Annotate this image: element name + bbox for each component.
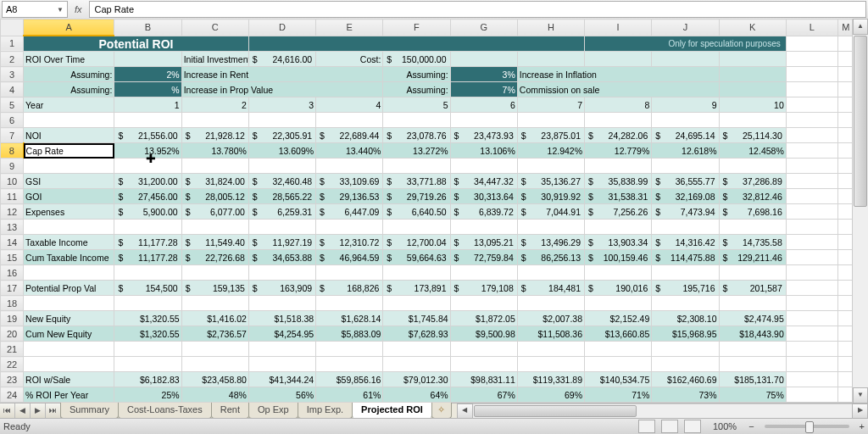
zoom-in-button[interactable]: + [860, 421, 865, 431]
year-label[interactable]: Year [24, 97, 114, 113]
data-cell[interactable]: $4,254.95 [248, 326, 315, 342]
assuming-label[interactable]: Assuming: [383, 82, 450, 97]
row-label[interactable]: ROI w/Sale [24, 372, 114, 387]
title-right[interactable]: Only for speculation purposes [585, 36, 787, 52]
data-cell[interactable]: $190,016 [585, 281, 652, 296]
data-cell[interactable]: $24,695.14 [652, 128, 719, 143]
data-cell[interactable]: $31,538.31 [585, 189, 652, 204]
assuming-value[interactable]: 2% [114, 67, 181, 82]
data-cell[interactable]: $30,919.92 [517, 189, 584, 204]
data-cell[interactable]: $18,443.90 [719, 326, 786, 342]
data-cell[interactable]: $13,496.29 [517, 235, 584, 250]
assuming-desc[interactable]: Increase in Prop Value [181, 82, 383, 97]
data-cell[interactable]: 12.779% [585, 143, 652, 159]
row-header[interactable]: 20 [1, 326, 24, 342]
view-normal-button[interactable] [638, 420, 655, 433]
data-cell[interactable]: $33,771.88 [383, 174, 450, 189]
year-value[interactable]: 9 [652, 97, 719, 113]
data-cell[interactable]: $6,640.50 [383, 204, 450, 220]
horizontal-scroll-track[interactable] [473, 403, 852, 419]
row-label[interactable]: NOI [24, 128, 114, 143]
data-cell[interactable]: $159,135 [181, 281, 248, 296]
data-cell[interactable]: $12,310.72 [316, 235, 383, 250]
assuming-desc[interactable]: Commission on sale [517, 82, 719, 97]
data-cell[interactable]: 13.780% [181, 143, 248, 159]
data-cell[interactable]: $5,883.09 [316, 326, 383, 342]
row-header[interactable]: 19 [1, 311, 24, 326]
data-cell[interactable]: $14,735.58 [719, 235, 786, 250]
row-header[interactable]: 14 [1, 235, 24, 250]
view-break-button[interactable] [684, 420, 701, 433]
data-cell[interactable]: 13.440% [316, 143, 383, 159]
row-label[interactable]: Cum Taxable Income [24, 250, 114, 265]
column-header[interactable]: D [248, 19, 315, 36]
data-cell[interactable]: $59,856.16 [316, 372, 383, 387]
data-cell[interactable]: $41,344.24 [248, 372, 315, 387]
data-cell[interactable]: $79,012.30 [383, 372, 450, 387]
column-header[interactable]: J [652, 19, 719, 36]
data-cell[interactable]: $31,200.00 [114, 174, 181, 189]
row-label[interactable]: Cap Rate [24, 143, 114, 159]
data-cell[interactable]: $1,320.55 [114, 326, 181, 342]
scroll-right-button[interactable]: ▶ [852, 403, 868, 419]
data-cell[interactable]: 25% [114, 387, 181, 403]
data-cell[interactable]: 69% [517, 387, 584, 403]
row-header[interactable]: 11 [1, 189, 24, 204]
new-sheet-button[interactable]: ✧ [431, 403, 452, 419]
data-cell[interactable]: $119,331.89 [517, 372, 584, 387]
data-cell[interactable]: $13,660.85 [585, 326, 652, 342]
row-label[interactable]: Expenses [24, 204, 114, 220]
sheet-tab[interactable]: Projected ROI [352, 403, 432, 419]
row-label[interactable]: Taxable Income [24, 235, 114, 250]
column-header[interactable]: M [837, 19, 853, 36]
row-header[interactable]: 5 [1, 97, 24, 113]
data-cell[interactable]: $9,500.98 [450, 326, 517, 342]
row-header[interactable]: 12 [1, 204, 24, 220]
data-cell[interactable]: 12.942% [517, 143, 584, 159]
data-cell[interactable]: $37,286.89 [719, 174, 786, 189]
data-cell[interactable]: $195,716 [652, 281, 719, 296]
data-cell[interactable]: $6,077.00 [181, 204, 248, 220]
year-value[interactable]: 10 [719, 97, 786, 113]
data-cell[interactable]: $28,005.12 [181, 189, 248, 204]
row-header[interactable]: 16 [1, 265, 24, 281]
data-cell[interactable]: $22,726.68 [181, 250, 248, 265]
year-value[interactable]: 7 [517, 97, 584, 113]
year-value[interactable]: 1 [114, 97, 181, 113]
horizontal-scroll-thumb[interactable] [474, 405, 637, 417]
column-header[interactable]: L [786, 19, 837, 36]
column-header[interactable]: I [585, 19, 652, 36]
column-header[interactable]: H [517, 19, 584, 36]
row-header[interactable]: 18 [1, 296, 24, 311]
row-label[interactable]: % ROI Per Year [24, 387, 114, 403]
column-header[interactable]: K [719, 19, 786, 36]
assuming-label[interactable]: Assuming: [383, 67, 450, 82]
data-cell[interactable]: $98,831.11 [450, 372, 517, 387]
row-header[interactable]: 2 [1, 52, 24, 67]
column-header[interactable]: C [181, 19, 248, 36]
initial-investment-label[interactable]: Initial Investment: [181, 52, 248, 67]
row-header[interactable]: 6 [1, 113, 24, 128]
data-cell[interactable]: 73% [652, 387, 719, 403]
assuming-desc[interactable]: Increase in Inflation [517, 67, 719, 82]
assuming-desc[interactable]: Increase in Rent [181, 67, 383, 82]
data-cell[interactable]: 12.618% [652, 143, 719, 159]
data-cell[interactable]: $201,587 [719, 281, 786, 296]
tab-first-button[interactable]: ⏮ [0, 403, 15, 419]
data-cell[interactable]: $163,909 [248, 281, 315, 296]
data-cell[interactable]: $6,259.31 [248, 204, 315, 220]
data-cell[interactable]: $2,308.10 [652, 311, 719, 326]
data-cell[interactable]: $15,968.95 [652, 326, 719, 342]
data-cell[interactable]: 64% [383, 387, 450, 403]
initial-investment-value[interactable]: $24,616.00 [248, 52, 315, 67]
data-cell[interactable]: $7,628.93 [383, 326, 450, 342]
year-value[interactable]: 4 [316, 97, 383, 113]
assuming-label[interactable]: Assuming: [24, 82, 114, 97]
data-cell[interactable]: $162,460.69 [652, 372, 719, 387]
column-header[interactable]: G [450, 19, 517, 36]
data-cell[interactable]: $13,095.21 [450, 235, 517, 250]
row-label[interactable]: Cum New Equity [24, 326, 114, 342]
data-cell[interactable]: $7,473.94 [652, 204, 719, 220]
zoom-out-button[interactable]: − [748, 421, 754, 431]
data-cell[interactable]: $21,556.00 [114, 128, 181, 143]
